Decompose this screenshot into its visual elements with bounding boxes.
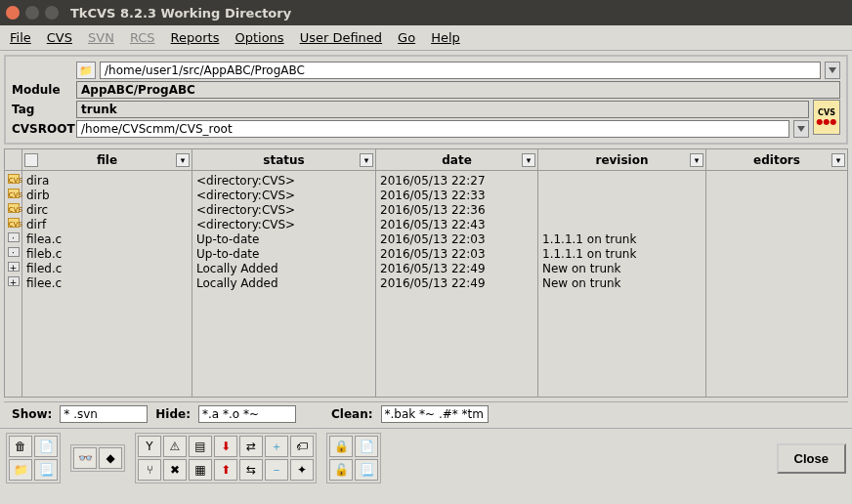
file-icon: · <box>8 247 20 257</box>
tag-label: Tag <box>12 103 72 116</box>
lock-icon[interactable]: 🔒 <box>329 436 353 457</box>
folder-cvs-icon: cvs <box>8 174 20 184</box>
table-cell-file[interactable]: filea.c <box>22 231 192 246</box>
table-cell-revision: 1.1.1.1 on trunk <box>538 231 705 246</box>
commit-icon[interactable]: ⬆ <box>214 459 237 481</box>
cvsroot-input[interactable] <box>76 120 789 138</box>
table-cell-date: 2016/05/13 22:49 <box>376 275 537 290</box>
path-dropdown-icon[interactable] <box>825 62 840 79</box>
table-cell-status: <directory:CVS> <box>192 173 375 188</box>
column-header-file[interactable]: file ▾ <box>22 149 192 171</box>
file-type-icon-column: cvscvscvscvs··++ <box>5 149 22 397</box>
show-filter-input[interactable] <box>60 405 148 423</box>
remove-icon[interactable]: － <box>265 459 288 481</box>
table-cell-revision <box>538 202 705 217</box>
folder-cvs-icon: cvs <box>8 218 20 228</box>
menu-file[interactable]: File <box>10 30 31 45</box>
branch-delete-icon[interactable]: ✖ <box>163 459 187 481</box>
doc2-icon[interactable]: 📃 <box>355 459 378 481</box>
table-cell-file[interactable]: dirc <box>22 202 192 217</box>
table-cell-revision <box>538 173 705 188</box>
window-close-button[interactable] <box>6 6 20 20</box>
table-cell-file[interactable]: filed.c <box>22 261 192 275</box>
trash-icon[interactable]: 🗑 <box>9 436 32 457</box>
table-cell-date: 2016/05/13 22:03 <box>376 231 537 246</box>
menu-go[interactable]: Go <box>398 30 415 45</box>
path-input[interactable] <box>100 62 821 79</box>
table-cell-status: <directory:CVS> <box>192 188 375 202</box>
file-icon: · <box>8 232 20 242</box>
swap-icon[interactable]: ⇄ <box>239 436 263 457</box>
warn-icon[interactable]: ⚠ <box>163 436 187 457</box>
doc-open-icon[interactable]: 📄 <box>34 436 58 457</box>
table-cell-status: <directory:CVS> <box>192 217 375 231</box>
table-cell-status: Locally Added <box>192 275 375 290</box>
info-panel: 📁 Module Tag CVSROOT CVS ●●● <box>4 55 848 145</box>
filter-icon[interactable]: ▾ <box>360 153 373 167</box>
add-icon[interactable]: ＋ <box>265 436 288 457</box>
menu-cvs[interactable]: CVS <box>47 30 72 45</box>
hide-filter-input[interactable] <box>198 405 296 423</box>
filter-icon[interactable]: ▾ <box>831 153 845 167</box>
column-header-status[interactable]: status ▾ <box>192 149 375 171</box>
filter-icon[interactable]: ▾ <box>690 153 703 167</box>
table-cell-revision: New on trunk <box>538 261 705 275</box>
table-cell-file[interactable]: fileb.c <box>22 246 192 261</box>
cvsroot-label: CVSROOT <box>12 122 72 136</box>
tag-field <box>76 101 809 118</box>
compare-icon[interactable]: 👓 <box>73 447 97 469</box>
table-cell-file[interactable]: dirf <box>22 217 192 231</box>
table-cell-file[interactable]: dirb <box>22 188 192 202</box>
folder-up-icon[interactable]: 📁 <box>76 62 96 79</box>
table-cell-date: 2016/05/13 22:49 <box>376 261 537 275</box>
menu-bar: File CVS SVN RCS Reports Options User De… <box>0 25 852 51</box>
window-maximize-button[interactable] <box>45 6 59 20</box>
folder-icon[interactable]: 📁 <box>9 459 32 481</box>
menu-reports[interactable]: Reports <box>171 30 220 45</box>
clean-filter-input[interactable] <box>381 405 489 423</box>
menu-help[interactable]: Help <box>431 30 460 45</box>
table-cell-file[interactable]: dira <box>22 173 192 188</box>
folder-cvs-icon: cvs <box>8 189 20 198</box>
table-cell-file[interactable]: filee.c <box>22 275 192 290</box>
spark-icon[interactable]: ✦ <box>290 459 314 481</box>
swap2-icon[interactable]: ⇆ <box>239 459 263 481</box>
column-header-date[interactable]: date ▾ <box>376 149 537 171</box>
close-button[interactable]: Close <box>777 443 846 474</box>
sort-icon[interactable] <box>24 153 38 167</box>
menu-options[interactable]: Options <box>234 30 283 45</box>
module-label: Module <box>12 83 72 97</box>
tool-group-center: Y ⚠ ▤ ⬇ ⇄ ＋ 🏷 ⑂ ✖ ▦ ⬆ ⇆ － ✦ <box>135 433 317 483</box>
page2-icon[interactable]: ▦ <box>189 459 212 481</box>
file-table: cvscvscvscvs··++ file ▾ diradirbdircdirf… <box>4 148 848 398</box>
checkout-icon[interactable]: ⬇ <box>214 436 237 457</box>
cvs-module-icon[interactable]: CVS ●●● <box>813 100 840 135</box>
branch-icon[interactable]: Y <box>138 436 161 457</box>
unlock-icon[interactable]: 🔓 <box>329 459 353 481</box>
window-title: TkCVS 8.2.3 Working Directory <box>70 6 291 21</box>
menu-user-defined[interactable]: User Defined <box>300 30 382 45</box>
tag-icon[interactable]: 🏷 <box>290 436 314 457</box>
file-added-icon: + <box>8 276 20 286</box>
cvsroot-dropdown-icon[interactable] <box>793 120 809 138</box>
menu-svn: SVN <box>88 30 114 45</box>
table-cell-date: 2016/05/13 22:03 <box>376 246 537 261</box>
window-minimize-button[interactable] <box>25 6 39 20</box>
clear-icon[interactable]: ◆ <box>99 447 122 469</box>
file-added-icon: + <box>8 262 20 272</box>
filter-bar: Show: Hide: Clean: <box>4 401 848 426</box>
column-header-revision[interactable]: revision ▾ <box>538 149 705 171</box>
page-icon[interactable]: ▤ <box>189 436 212 457</box>
module-field <box>76 81 840 99</box>
table-cell-revision: New on trunk <box>538 275 705 290</box>
filter-icon[interactable]: ▾ <box>176 153 190 167</box>
table-cell-revision: 1.1.1.1 on trunk <box>538 246 705 261</box>
doc-new-icon[interactable]: 📃 <box>34 459 58 481</box>
table-cell-revision <box>538 188 705 202</box>
bottom-toolbar: 🗑 📄 📁 📃 👓 ◆ Y ⚠ ▤ ⬇ ⇄ ＋ 🏷 ⑂ ✖ ▦ ⬆ ⇆ － ✦ … <box>0 428 852 487</box>
branch2-icon[interactable]: ⑂ <box>138 459 161 481</box>
column-header-editors[interactable]: editors ▾ <box>706 149 847 171</box>
filter-icon[interactable]: ▾ <box>522 153 535 167</box>
table-cell-status: Locally Added <box>192 261 375 275</box>
doc-icon[interactable]: 📄 <box>355 436 378 457</box>
